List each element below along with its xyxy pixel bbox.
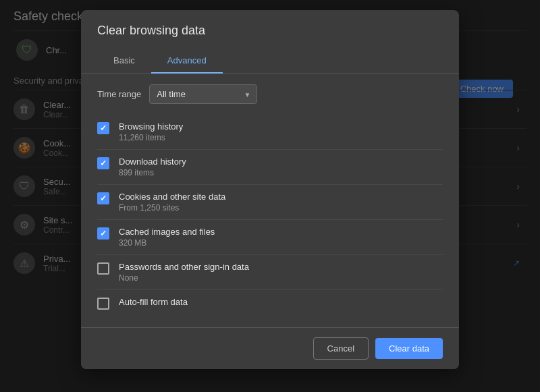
- cookies-label: Cookies and other site data: [119, 192, 225, 202]
- time-range-select-wrapper[interactable]: Last hour Last 24 hours Last 7 days Last…: [149, 84, 257, 104]
- time-range-label: Time range: [97, 89, 141, 99]
- checkbox-passwords[interactable]: [97, 262, 109, 275]
- clear-data-button[interactable]: Clear data: [375, 338, 443, 359]
- check-item-autofill[interactable]: Auto-fill form data: [97, 289, 443, 316]
- autofill-label: Auto-fill form data: [119, 297, 188, 307]
- cookies-count: From 1,250 sites: [119, 203, 225, 213]
- cached-size: 320 MB: [119, 238, 215, 248]
- checkbox-autofill[interactable]: [97, 298, 109, 310]
- modal-body: Time range Last hour Last 24 hours Last …: [81, 74, 459, 327]
- modal-footer: Cancel Clear data: [81, 327, 459, 369]
- tab-basic[interactable]: Basic: [97, 49, 151, 74]
- tab-advanced[interactable]: Advanced: [151, 49, 223, 74]
- passwords-label: Passwords and other sign-in data: [119, 262, 249, 272]
- modal-title: Clear browsing data: [81, 10, 459, 49]
- checkbox-cached[interactable]: [97, 227, 109, 240]
- cancel-button[interactable]: Cancel: [313, 337, 369, 360]
- time-range-select[interactable]: Last hour Last 24 hours Last 7 days Last…: [149, 84, 257, 104]
- checkbox-cookies[interactable]: [97, 192, 109, 204]
- cached-label: Cached images and files: [119, 227, 215, 237]
- check-item-download-history[interactable]: Download history 899 items: [97, 149, 443, 184]
- download-history-count: 899 items: [119, 168, 186, 177]
- browsing-history-count: 11,260 items: [119, 133, 183, 142]
- checkbox-download-history[interactable]: [97, 157, 109, 169]
- time-range-row: Time range Last hour Last 24 hours Last …: [97, 84, 443, 104]
- clear-browsing-data-modal: Clear browsing data Basic Advanced Time …: [81, 10, 459, 369]
- passwords-count: None: [119, 273, 249, 283]
- check-item-cached[interactable]: Cached images and files 320 MB: [97, 219, 443, 254]
- check-item-cookies[interactable]: Cookies and other site data From 1,250 s…: [97, 184, 443, 219]
- checkbox-browsing-history[interactable]: [97, 122, 109, 134]
- download-history-label: Download history: [119, 157, 186, 167]
- browsing-history-label: Browsing history: [119, 121, 183, 132]
- check-item-passwords[interactable]: Passwords and other sign-in data None: [97, 254, 443, 289]
- modal-tabs: Basic Advanced: [81, 49, 459, 74]
- check-item-browsing-history[interactable]: Browsing history 11,260 items: [97, 115, 443, 149]
- modal-overlay: Clear browsing data Basic Advanced Time …: [0, 0, 540, 392]
